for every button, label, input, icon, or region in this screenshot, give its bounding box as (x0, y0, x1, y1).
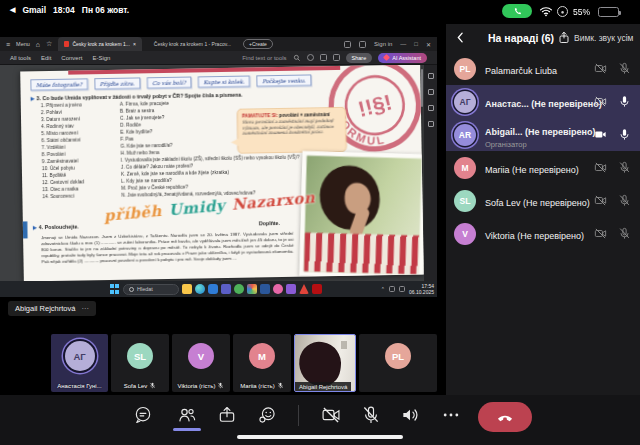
video-tile-pl[interactable]: PL (359, 334, 437, 392)
create-button[interactable]: + Create (243, 39, 273, 49)
mic-off-icon[interactable] (618, 62, 631, 75)
more-options-button[interactable] (441, 405, 461, 425)
bell-icon[interactable] (359, 41, 366, 48)
mic-off-icon (277, 382, 284, 389)
refresh-icon[interactable] (344, 41, 351, 48)
esign-button[interactable]: E-Sign (92, 55, 110, 61)
avatar: АГ (65, 341, 95, 371)
camera-on-icon[interactable] (594, 128, 607, 141)
camera-toggle-button[interactable] (321, 405, 341, 425)
find-label[interactable]: Find text or tools (242, 55, 286, 61)
star-icon[interactable]: ☆ (46, 40, 52, 48)
mic-toggle-button[interactable] (361, 405, 381, 425)
minimize-icon[interactable]: — (400, 41, 406, 47)
avatar: SL (127, 343, 153, 369)
participant-row[interactable]: V Viktoria (Не перевірено) (446, 217, 640, 250)
photo-striped-shirt (304, 233, 420, 275)
video-tile-abigail[interactable]: Abigail Rejchrtová (294, 334, 356, 392)
app-blue-icon[interactable] (260, 284, 270, 294)
app-mail-icon[interactable] (299, 284, 309, 294)
share-screen-button[interactable] (217, 405, 237, 425)
video-tile-mariia[interactable]: M Mariia (гість) (233, 334, 291, 392)
tray-volume-icon[interactable] (399, 286, 405, 292)
camera-off-icon[interactable] (594, 227, 607, 240)
ai-assistant-button[interactable]: AI Assistant (378, 53, 427, 63)
all-tools-button[interactable]: All tools (10, 55, 31, 61)
close-tab-icon[interactable]: × (133, 41, 136, 47)
share-button[interactable]: Share (346, 53, 373, 63)
share-invite-icon[interactable] (558, 31, 570, 44)
participant-name: Palamarčuk Liuba (485, 66, 557, 76)
edge-icon[interactable] (195, 284, 205, 294)
mic-on-icon[interactable] (618, 128, 631, 141)
remember-note: PAMATUJTE SI: povolání × zaměstnání Slov… (237, 107, 347, 154)
hang-up-button[interactable] (478, 402, 532, 432)
windows-start-icon[interactable] (110, 284, 120, 294)
app-gear-icon[interactable] (247, 284, 257, 294)
participant-row[interactable]: PL Palamarčuk Liuba (446, 52, 640, 85)
active-call-pill[interactable] (502, 4, 532, 18)
app-pink-icon[interactable] (273, 284, 283, 294)
pdf-scrollbar[interactable] (421, 69, 423, 107)
edit-button[interactable]: Edit (41, 55, 51, 61)
convert-button[interactable]: Convert (61, 55, 82, 61)
explorer-icon[interactable] (182, 284, 192, 294)
sign-in-button[interactable]: Sign in (374, 41, 392, 47)
mic-on-icon[interactable] (618, 95, 631, 108)
avatar: PL (454, 58, 476, 80)
home-indicator[interactable] (237, 435, 403, 439)
camera-off-icon[interactable] (594, 95, 607, 108)
camera-off-icon[interactable] (594, 62, 607, 75)
print-icon[interactable] (333, 54, 340, 61)
system-tray[interactable]: ⌃ 17:54 06.10.2025 (381, 283, 434, 295)
tray-network-icon[interactable] (389, 286, 395, 292)
menu-icon[interactable]: ≡ (6, 41, 10, 48)
video-tile-sofa[interactable]: SL Sofa Lev (111, 334, 169, 392)
comment-icon[interactable] (428, 73, 434, 79)
menu-label[interactable]: Menu (16, 41, 30, 47)
headphones-icon[interactable] (307, 54, 314, 61)
mute-all-button[interactable]: Вимк. звук усім (574, 33, 633, 43)
participant-row[interactable]: АГ Анастас... (Не перевірено) (446, 85, 640, 118)
people-button[interactable] (177, 405, 197, 425)
mic-off-icon[interactable] (618, 194, 631, 207)
video-tile-anastasiia[interactable]: АГ Анастасія Гуні... (51, 334, 108, 392)
tab-document-active[interactable]: Česky krok za krokem 1... × (58, 37, 141, 51)
mic-off-icon[interactable] (618, 227, 631, 240)
participant-row[interactable]: SL Sofa Lev (Не перевірено) (446, 184, 640, 217)
layers-icon[interactable] (428, 121, 434, 127)
acrobat-tab-bar: ≡ Menu ⌂ ☆ Česky krok za krokem 1... × Č… (0, 37, 437, 51)
app-purple-icon[interactable] (286, 284, 296, 294)
status-left[interactable]: ◀ Gmail 18:04 Пн 06 жовт. (10, 5, 129, 15)
back-to-app-label[interactable]: Gmail (22, 5, 46, 15)
tab-label: Česky krok za krokem 1... (72, 41, 130, 47)
video-tile-viktoria[interactable]: V Viktoria (гість) (172, 334, 230, 392)
taskbar-search[interactable]: Hledat (123, 284, 179, 295)
search-icon[interactable] (293, 54, 301, 62)
acrobat-icon[interactable] (312, 284, 322, 294)
home-icon[interactable]: ⌂ (36, 41, 40, 48)
more-icon[interactable]: ··· (81, 304, 89, 313)
participant-row[interactable]: AR Abigail... (Не перевірено) Організато… (446, 118, 640, 151)
camera-off-icon[interactable] (594, 161, 607, 174)
bookmark-icon[interactable] (428, 105, 434, 111)
back-chevron-icon[interactable] (454, 31, 467, 44)
shared-screen-stage: ≡ Menu ⌂ ☆ Česky krok za krokem 1... × Č… (0, 24, 445, 445)
tray-chevron-icon[interactable]: ⌃ (381, 286, 385, 292)
reactions-button[interactable] (257, 405, 277, 425)
camera-off-icon[interactable] (594, 194, 607, 207)
teams-icon[interactable] (221, 284, 231, 294)
tab-document-inactive[interactable]: Česky krok za krokem 1 - Pracov... (148, 37, 237, 51)
chat-button[interactable] (133, 405, 153, 425)
rotate-icon[interactable] (320, 54, 327, 61)
maximize-icon[interactable]: □ (414, 41, 418, 47)
participant-row[interactable]: M Mariia (Не перевірено) (446, 151, 640, 184)
taskbar-clock[interactable]: 17:54 06.10.2025 (409, 283, 434, 295)
close-window-icon[interactable]: ✕ (426, 41, 431, 48)
attachment-icon[interactable] (428, 89, 434, 95)
onedrive-icon[interactable] (208, 284, 218, 294)
mic-off-icon[interactable] (618, 161, 631, 174)
presenter-name-pill[interactable]: Abigail Rejchrtová ··· (8, 301, 96, 316)
speaker-button[interactable] (400, 405, 420, 425)
app-green-icon[interactable] (234, 284, 244, 294)
